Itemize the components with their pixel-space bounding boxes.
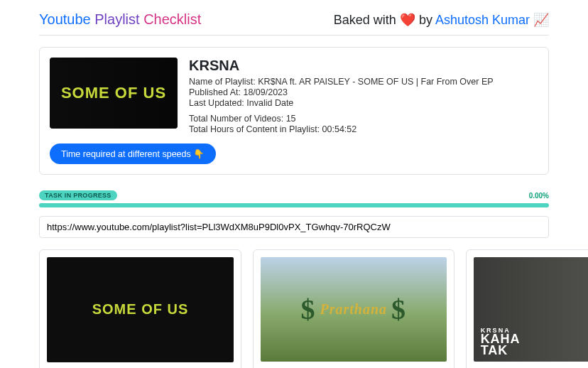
playlist-thumbnail-text: SOME OF US: [57, 85, 170, 101]
brand-word-2: Playlist: [94, 11, 139, 27]
video-card: SOME OF US KR$NA ft. AR PAISLEY - SOME O…: [39, 249, 241, 368]
video-thumbnail[interactable]: $ Prarthana $: [261, 257, 447, 362]
author-link[interactable]: Ashutosh Kumar: [435, 13, 530, 27]
video-thumbnail[interactable]: KRSNA KAHA TAK: [474, 257, 588, 362]
progress-percent: 0.00%: [529, 192, 549, 200]
top-bar: Youtube Playlist Checklist Baked with ❤️…: [39, 7, 549, 36]
heart-icon: ❤️: [400, 13, 415, 27]
progress-badge: TASK IN PROGRESS: [39, 190, 117, 200]
video-card: $ Prarthana $ KR$NA - Prarthana | Prod. …: [253, 249, 454, 368]
video-thumbnail[interactable]: SOME OF US: [47, 257, 234, 362]
speeds-button[interactable]: Time required at different speeds 👇: [50, 144, 216, 164]
progress-bar: [39, 203, 549, 207]
playlist-info-card: SOME OF US KRSNA Name of Playlist: KR$NA…: [39, 47, 549, 175]
brand-word-1: Youtube: [39, 11, 91, 27]
updated-row: Last Updated: Invalid Date: [189, 98, 494, 108]
credit-suffix: 📈: [530, 13, 549, 27]
thumbnail-text: Prarthana: [320, 301, 387, 318]
speeds-button-label: Time required at different speeds 👇: [61, 148, 205, 159]
brand-word-3: Checklist: [143, 11, 201, 27]
playlist-name-row: Name of Playlist: KR$NA ft. AR PAISLEY -…: [189, 77, 494, 87]
video-grid: SOME OF US KR$NA ft. AR PAISLEY - SOME O…: [39, 249, 549, 368]
channel-title: KRSNA: [189, 58, 494, 74]
playlist-url-input[interactable]: [39, 216, 549, 238]
thumbnail-text: SOME OF US: [92, 301, 189, 318]
thumbnail-text: KRSNA KAHA TAK: [474, 322, 528, 362]
hours-row: Total Hours of Content in Playlist: 00:5…: [189, 124, 494, 134]
dollar-icon: $: [387, 293, 410, 326]
published-row: Published At: 18/09/2023: [189, 87, 494, 97]
playlist-meta: KRSNA Name of Playlist: KR$NA ft. AR PAI…: [189, 58, 494, 135]
progress-section: TASK IN PROGRESS 0.00%: [39, 190, 549, 207]
video-count-row: Total Number of Videos: 15: [189, 114, 494, 124]
credit-by: by: [415, 13, 435, 27]
video-card: KRSNA KAHA TAK KR$NA - Kaha Tak | Visual…: [466, 249, 588, 368]
credit: Baked with ❤️ by Ashutosh Kumar 📈: [334, 12, 549, 28]
brand: Youtube Playlist Checklist: [39, 11, 201, 28]
dollar-icon: $: [296, 293, 320, 326]
credit-prefix: Baked with: [334, 13, 400, 27]
playlist-thumbnail: SOME OF US: [50, 58, 178, 129]
